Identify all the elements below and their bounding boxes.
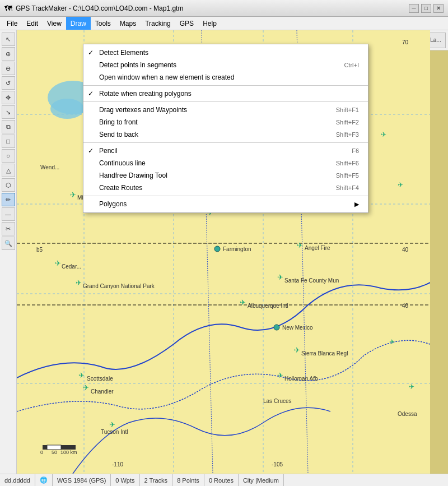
open-window-label: Open window when a new element is create… [99, 73, 234, 81]
lt-zoom[interactable]: 🔍 [2, 237, 15, 250]
window-controls: ─ □ ✕ [409, 4, 444, 13]
detect-points-label: Detect points in segments [99, 61, 176, 69]
svg-text:-110: -110 [112, 461, 123, 468]
detect-elements-label: Detect Elements [99, 49, 148, 57]
svg-text:b5: b5 [36, 247, 43, 253]
drag-vertexes-label: Drag vertexes and Waypoints [99, 106, 187, 114]
svg-text:Tucson Intl: Tucson Intl [101, 429, 128, 435]
lt-pencil[interactable]: ✏ [2, 193, 15, 206]
svg-text:✈: ✈ [55, 259, 61, 267]
lt-rotate[interactable]: ↺ [2, 76, 15, 90]
svg-text:✈: ✈ [297, 241, 303, 249]
menu-pencil[interactable]: ✓ Pencil F6 [83, 145, 368, 157]
status-coord: dd.ddddd [0, 474, 35, 486]
window-title: GPS TrackMaker - C:\LO4D.com\LO4D.com - … [16, 4, 409, 12]
svg-text:New Mexico: New Mexico [282, 325, 313, 331]
svg-text:40: 40 [402, 303, 409, 309]
separator-3 [83, 142, 368, 143]
svg-text:Albuquerque Intl: Albuquerque Intl [248, 303, 288, 309]
lt-rect[interactable]: □ [2, 135, 15, 148]
menu-help[interactable]: Help [198, 17, 221, 30]
lt-plus[interactable]: ⊕ [2, 47, 15, 61]
menu-detect-points[interactable]: Detect points in segments Ctrl+I [83, 59, 368, 71]
status-tracks: 2 Tracks [140, 474, 173, 486]
pencil-shortcut: F6 [352, 147, 359, 154]
separator-4 [83, 196, 368, 196]
menu-view[interactable]: View [43, 17, 66, 30]
svg-point-19 [214, 246, 220, 252]
svg-text:✈: ✈ [409, 383, 414, 391]
lt-minus[interactable]: ⊖ [2, 62, 15, 75]
svg-text:Wend...: Wend... [40, 164, 59, 170]
svg-text:✈: ✈ [398, 181, 403, 189]
svg-text:Chandler: Chandler [91, 388, 114, 395]
menu-rotate-polygons[interactable]: ✓ Rotate when creating polygons [83, 87, 368, 100]
lt-select[interactable]: ↘ [2, 105, 15, 119]
check-detect-elements: ✓ [88, 49, 94, 57]
svg-text:40: 40 [402, 247, 409, 253]
svg-text:✈: ✈ [78, 371, 85, 379]
menu-send-back[interactable]: Send to back Shift+F3 [83, 128, 368, 141]
svg-text:Santa Fe County Mun: Santa Fe County Mun [284, 277, 339, 284]
lt-line[interactable]: — [2, 207, 15, 221]
svg-text:✈: ✈ [381, 131, 386, 138]
lt-circle[interactable]: ○ [2, 149, 15, 163]
menu-continuous-line[interactable]: Continuous line Shift+F6 [83, 157, 368, 169]
app-icon: 🗺 [4, 4, 12, 13]
bring-front-label: Bring to front [99, 118, 138, 126]
menu-create-routes[interactable]: Create Routes Shift+F4 [83, 182, 368, 194]
status-points: 8 Points [172, 474, 204, 486]
menu-polygons[interactable]: Polygons ▶ [83, 198, 368, 210]
continuous-line-shortcut: Shift+F6 [336, 160, 359, 166]
lt-hex[interactable]: ⬡ [2, 178, 15, 192]
left-toolbar: ↖ ⊕ ⊖ ↺ ✥ ↘ ⧉ □ ○ △ ⬡ ✏ — ✂ 🔍 [0, 30, 17, 474]
menu-gps[interactable]: GPS [175, 17, 198, 30]
menu-bring-front[interactable]: Bring to front Shift+F2 [83, 116, 368, 128]
separator-1 [83, 85, 368, 86]
handfree-shortcut: Shift+F5 [336, 172, 359, 179]
pencil-label: Pencil [99, 147, 118, 155]
lt-triangle[interactable]: △ [2, 164, 15, 177]
bring-front-shortcut: Shift+F2 [336, 119, 359, 126]
continuous-line-label: Continuous line [99, 159, 146, 167]
lt-move[interactable]: ✥ [2, 91, 15, 104]
menu-file[interactable]: File [2, 17, 22, 30]
menu-edit[interactable]: Edit [22, 17, 43, 30]
svg-text:Las Cruces: Las Cruces [263, 398, 292, 404]
maximize-button[interactable]: □ [421, 4, 431, 13]
menu-detect-elements[interactable]: ✓ Detect Elements [83, 47, 368, 59]
menu-open-window[interactable]: Open window when a new element is create… [83, 71, 368, 84]
svg-text:✈: ✈ [70, 191, 76, 199]
lt-copy[interactable]: ⧉ [2, 120, 15, 133]
close-button[interactable]: ✕ [433, 4, 444, 13]
svg-text:Holloman Afb: Holloman Afb [284, 376, 318, 382]
svg-text:Scottsdale: Scottsdale [87, 376, 113, 382]
status-waypoints: 0 Wpts [111, 474, 139, 486]
menu-maps[interactable]: Maps [115, 17, 141, 30]
svg-text:✈: ✈ [240, 298, 246, 307]
polygons-arrow: ▶ [354, 201, 359, 208]
minimize-button[interactable]: ─ [409, 4, 419, 13]
menu-bar: File Edit View Draw Tools Maps Tracking … [0, 17, 448, 30]
lt-cut[interactable]: ✂ [2, 222, 15, 235]
menu-tools[interactable]: Tools [91, 17, 115, 30]
status-globe: 🌐 [35, 474, 53, 486]
menu-draw[interactable]: Draw [66, 17, 91, 30]
lt-cursor[interactable]: ↖ [2, 33, 15, 46]
svg-text:✈: ✈ [83, 383, 89, 392]
rotate-polygons-label: Rotate when creating polygons [99, 90, 192, 98]
svg-text:Angel Fire: Angel Fire [305, 245, 330, 251]
menu-handfree[interactable]: Handfree Drawing Tool Shift+F5 [83, 169, 368, 182]
svg-text:70: 70 [402, 39, 409, 45]
svg-text:✈: ✈ [109, 420, 115, 429]
detect-points-shortcut: Ctrl+I [344, 62, 359, 68]
drag-vertexes-shortcut: Shift+F1 [336, 107, 359, 113]
title-bar: 🗺 GPS TrackMaker - C:\LO4D.com\LO4D.com … [0, 0, 448, 17]
status-routes: 0 Routes [204, 474, 239, 486]
svg-text:✈: ✈ [277, 371, 283, 379]
create-routes-shortcut: Shift+F4 [336, 184, 359, 191]
status-city: City |Medium [239, 474, 284, 486]
svg-text:✈: ✈ [76, 279, 82, 287]
menu-tracking[interactable]: Tracking [141, 17, 175, 30]
menu-drag-vertexes[interactable]: Drag vertexes and Waypoints Shift+F1 [83, 104, 368, 116]
